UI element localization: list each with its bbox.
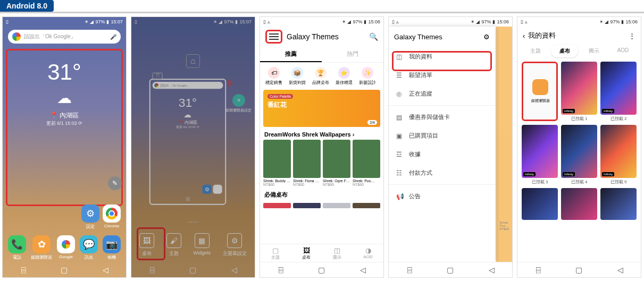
featured-banner[interactable]: Color Palette 番紅花 2/4 bbox=[263, 90, 380, 127]
back-icon[interactable]: ‹ bbox=[523, 32, 525, 40]
highlight-default-wallpaper: 媒體瀏覽器 bbox=[522, 62, 558, 121]
mini-search: 請說出「Ok Google」 bbox=[153, 82, 223, 89]
google-icon bbox=[12, 32, 21, 41]
app-settings[interactable]: ⚙ 設定 bbox=[81, 205, 99, 229]
dock-google[interactable]: Google bbox=[57, 235, 75, 260]
nav-bar: ⌸ ▢ ◁ bbox=[389, 262, 512, 277]
edit-fab[interactable]: ✎ bbox=[108, 176, 122, 190]
wallpaper-default[interactable]: 媒體瀏覽器 bbox=[522, 62, 558, 122]
nav-bar: ⌸ ▢ ◁ bbox=[3, 262, 126, 277]
dock-camera[interactable]: 📷相機 bbox=[103, 235, 121, 260]
dock: 📞電話 ✿媒體瀏覽器 Google 💬訊息 📷相機 bbox=[3, 235, 126, 260]
phone-3-galaxy-themes: ▯ ▵ ✶ ◢97%▮15:06 Galaxy Themes 🔍 推薦 熱門 🏷… bbox=[260, 16, 384, 278]
nav-drawer: Galaxy Themes ⚙ ◫我的資料 ☰願望清單 ◎正在追蹤 ▤優惠券與儲… bbox=[389, 27, 495, 262]
drawer-coupons[interactable]: ▤優惠券與儲值卡 bbox=[389, 108, 495, 126]
tool-wallpaper[interactable]: 🖼桌布 bbox=[139, 233, 154, 257]
status-left-icon: ▯ bbox=[6, 19, 9, 24]
btab-icons[interactable]: ◫圖示 bbox=[322, 244, 353, 262]
mic-icon[interactable]: 🎤 bbox=[110, 34, 116, 40]
btab-themes[interactable]: ▢主題 bbox=[260, 244, 291, 262]
cloud-icon: ☁ bbox=[3, 89, 126, 107]
tab-recommended[interactable]: 推薦 bbox=[260, 47, 322, 62]
google-search-bar[interactable]: 請說出「Ok Google」 🎤 bbox=[8, 30, 121, 44]
drawer-wishlist[interactable]: ☰願望清單 bbox=[389, 66, 495, 84]
phones-row: ▯ ✶ ◢ 97%▮ 15:07 請說出「Ok Google」 🎤 31° ☁ … bbox=[0, 16, 644, 278]
home-edit-toolbar: 🖼桌布 🖌主題 ▦Widgets ⚙主螢幕設定 bbox=[131, 230, 255, 260]
trash-icon[interactable]: 🗑 bbox=[226, 79, 236, 88]
drawer-payment[interactable]: ☷付款方式 bbox=[389, 164, 495, 182]
calendar-icon: ☷ bbox=[153, 73, 163, 80]
wallpaper-grid: 媒體瀏覽器 Infinity已預載 1 Infinity已預載 2 Infini… bbox=[517, 57, 641, 224]
themes-header: Galaxy Themes 🔍 bbox=[260, 27, 383, 47]
phone-4-drawer: ▯ ▵ ✶ ◢97%▮15:06 Shrek: Pus…NT$60 Galaxy… bbox=[388, 16, 513, 278]
tab-themes[interactable]: 主題 bbox=[522, 45, 549, 57]
wallpaper-preload-2[interactable]: Infinity已預載 2 bbox=[600, 62, 637, 122]
nav-bar: ⌸ ▢ ◁ bbox=[517, 262, 641, 277]
drawer-notice[interactable]: 📢公告 bbox=[389, 187, 495, 206]
btab-aod[interactable]: ◑AOD bbox=[353, 244, 383, 262]
nav-home[interactable]: ▢ bbox=[59, 266, 70, 274]
nav-bar: ⌸ ▢ ◁ bbox=[131, 262, 255, 277]
shrek-cards: Shrek: Buddy …NT$60 Shrek: Fiona …NT$60 … bbox=[260, 140, 383, 186]
category-tabs: 主題 桌布 圖示 AOD bbox=[517, 45, 641, 57]
section-essential[interactable]: 必備桌布 bbox=[260, 186, 383, 201]
swatch-row bbox=[260, 201, 383, 210]
weather-widget[interactable]: 31° ☁ 📍 內湖區 更新 6/1 15:02 ⟳ bbox=[3, 59, 126, 127]
tab-popular[interactable]: 熱門 bbox=[322, 47, 383, 62]
tab-wallpaper[interactable]: 桌布 bbox=[551, 45, 578, 57]
drawer-purchases[interactable]: ▣已購買項目 bbox=[389, 126, 495, 145]
category-chips[interactable]: 🏷穩定銷售 📦新貨到貨 🏆品牌桌布 ⭐最佳精選 ✨新晉設計 bbox=[260, 63, 383, 90]
nav-recents[interactable]: ⌸ bbox=[18, 266, 29, 274]
dock-phone[interactable]: 📞電話 bbox=[8, 235, 26, 260]
phone-1-home: ▯ ✶ ◢ 97%▮ 15:07 請說出「Ok Google」 🎤 31° ☁ … bbox=[2, 16, 127, 278]
more-icon[interactable]: ⋮ bbox=[629, 32, 635, 40]
phone-2-home-edit: ▯ ✶ ◢97%▮15:07 ⌂ 🗑 ☷ 請說出「Ok Google」 31° … bbox=[131, 16, 255, 278]
my-data-title: 我的資料 bbox=[528, 31, 556, 40]
wallpaper-preload-1[interactable]: Infinity已預載 1 bbox=[561, 62, 597, 122]
gallery-icon bbox=[532, 79, 548, 95]
nav-back[interactable]: ◁ bbox=[100, 266, 111, 274]
status-bar: ▯ ▵ ✶ ◢97%▮15:06 bbox=[389, 17, 512, 27]
nav-bar: ⌸ ▢ ◁ bbox=[260, 262, 383, 277]
gear-icon[interactable]: ⚙ bbox=[483, 33, 490, 41]
tool-themes[interactable]: 🖌主題 bbox=[166, 233, 181, 257]
status-bar: ▯ ✶ ◢97%▮15:07 bbox=[131, 17, 255, 27]
page-header: Android 8.0 bbox=[0, 0, 644, 13]
dock-messages[interactable]: 💬訊息 bbox=[80, 235, 98, 260]
themes-title: Galaxy Themes bbox=[287, 32, 339, 41]
top-tabs: 推薦 熱門 bbox=[260, 47, 383, 63]
tab-icons[interactable]: 圖示 bbox=[580, 45, 607, 57]
wallpaper-preload-3[interactable]: Infinity已預載 3 bbox=[522, 125, 558, 185]
my-data-header: ‹ 我的資料 ⋮ bbox=[517, 27, 641, 45]
app-chrome[interactable]: Chrome bbox=[103, 205, 121, 229]
bottom-tabs: ▢主題 🖼桌布 ◫圖示 ◑AOD bbox=[260, 244, 383, 262]
status-bar: ▯ ▵ ✶ ◢97%▮15:06 bbox=[260, 17, 383, 27]
page-title: Android 8.0 bbox=[0, 0, 54, 12]
drawer-my-data[interactable]: ◫我的資料 bbox=[389, 47, 495, 66]
tool-widgets[interactable]: ▦Widgets bbox=[194, 233, 211, 257]
content-behind-drawer: Shrek: Pus…NT$60 bbox=[496, 27, 512, 262]
wallpaper-preload-4[interactable]: Infinity已預載 4 bbox=[561, 125, 597, 185]
drawer-receipts[interactable]: ☲收據 bbox=[389, 145, 495, 164]
phone-5-my-data: ▯ ▵ ✶ ◢97%▮15:06 ‹ 我的資料 ⋮ 主題 桌布 圖示 AOD 媒… bbox=[517, 16, 641, 278]
drawer-title: Galaxy Themes bbox=[394, 33, 442, 41]
tab-aod[interactable]: AOD bbox=[609, 45, 637, 57]
tool-home-settings[interactable]: ⚙主螢幕設定 bbox=[223, 233, 247, 257]
drawer-following[interactable]: ◎正在追蹤 bbox=[389, 84, 495, 103]
home-icon[interactable]: ⌂ bbox=[186, 54, 200, 68]
weather-location: 📍 內湖區 bbox=[3, 111, 126, 120]
status-bar: ▯ ✶ ◢ 97%▮ 15:07 bbox=[3, 17, 126, 27]
home-page-preview[interactable]: ☷ 請說出「Ok Google」 31° ☁ 📍 內湖區 更新 6/1 15:0… bbox=[149, 79, 226, 205]
status-bar: ▯ ▵ ✶ ◢97%▮15:06 bbox=[517, 17, 641, 27]
btab-wallpaper[interactable]: 🖼桌布 bbox=[291, 244, 322, 262]
section-shrek[interactable]: DreamWorks Shrek Wallpapers › bbox=[260, 127, 383, 140]
highlight-menu bbox=[265, 30, 282, 44]
menu-icon[interactable] bbox=[269, 33, 279, 40]
search-icon[interactable]: 🔍 bbox=[369, 32, 378, 41]
dock-gallery[interactable]: ✿媒體瀏覽器 bbox=[31, 235, 52, 260]
wallpaper-preload-5[interactable]: Infinity已預載 5 bbox=[600, 125, 637, 185]
